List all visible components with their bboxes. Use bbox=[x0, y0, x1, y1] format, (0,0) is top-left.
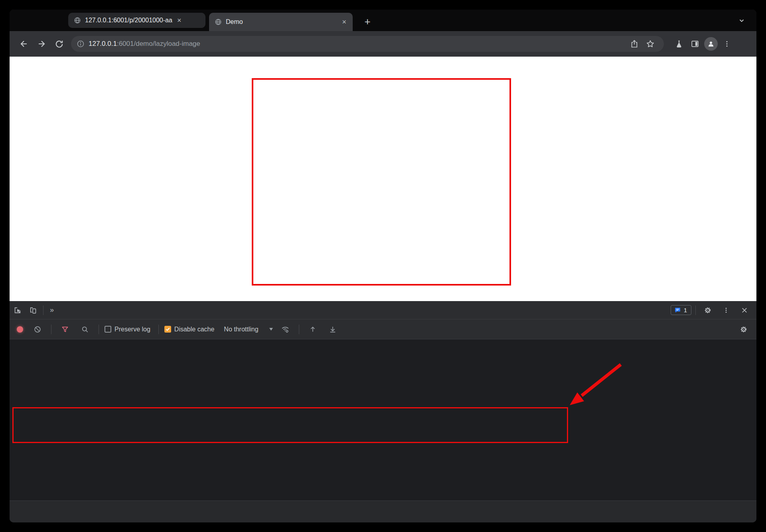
tab-search-chevron-icon[interactable] bbox=[738, 17, 745, 24]
preserve-log-checkbox-group[interactable]: Preserve log bbox=[105, 326, 153, 333]
tab-strip: 127.0.0.1:6001/p/20001000-aa × Demo × + bbox=[10, 10, 756, 31]
record-network-log-button[interactable] bbox=[17, 326, 23, 333]
profile-avatar[interactable] bbox=[703, 36, 719, 52]
window-controls bbox=[27, 17, 59, 24]
dropdown-arrow-icon bbox=[269, 327, 273, 331]
site-info-icon[interactable] bbox=[77, 40, 85, 48]
disable-cache-label: Disable cache bbox=[174, 326, 215, 333]
globe-favicon-icon bbox=[215, 18, 222, 26]
preserve-log-label: Preserve log bbox=[115, 326, 150, 333]
back-button[interactable] bbox=[15, 35, 33, 53]
reload-button[interactable] bbox=[50, 35, 68, 53]
import-har-icon[interactable] bbox=[305, 325, 321, 333]
tab-title: 127.0.0.1:6001/p/20001000-aa bbox=[85, 17, 172, 24]
browser-tab-active[interactable]: Demo × bbox=[209, 13, 353, 31]
devtools-tab-bar: » 1 bbox=[10, 301, 756, 319]
devtools-close-icon[interactable] bbox=[736, 307, 752, 314]
tab-title: Demo bbox=[226, 18, 243, 26]
inspect-element-icon[interactable] bbox=[10, 301, 26, 319]
annotation-rectangle-rows bbox=[12, 407, 568, 443]
throttling-select[interactable]: No throttling bbox=[224, 326, 273, 333]
disable-cache-checkbox[interactable] bbox=[164, 326, 171, 333]
annotation-rectangle-cards bbox=[252, 78, 511, 286]
network-conditions-icon[interactable] bbox=[277, 325, 293, 334]
browser-window: 127.0.0.1:6001/p/20001000-aa × Demo × + bbox=[10, 10, 756, 522]
forward-button[interactable] bbox=[33, 35, 50, 53]
side-panel-icon[interactable] bbox=[687, 36, 703, 52]
extension-flask-icon[interactable] bbox=[671, 36, 687, 52]
devtools-panel: » 1 bbox=[10, 301, 756, 522]
network-table-header[interactable] bbox=[10, 339, 756, 361]
network-summary-bar bbox=[10, 500, 756, 522]
minimize-window-button[interactable] bbox=[39, 17, 46, 24]
clear-network-log-icon[interactable] bbox=[30, 325, 45, 333]
network-toolbar: Preserve log Disable cache No throttling bbox=[10, 319, 756, 339]
globe-favicon-icon bbox=[74, 17, 81, 24]
preserve-log-checkbox[interactable] bbox=[105, 326, 111, 333]
devtools-settings-gear-icon[interactable] bbox=[700, 306, 716, 314]
url-text: 127.0.0.1:6001/demo/lazyload-image bbox=[89, 40, 626, 48]
bookmark-star-icon[interactable] bbox=[642, 36, 658, 52]
issues-counter-button[interactable]: 1 bbox=[671, 305, 691, 315]
page-content bbox=[10, 57, 756, 301]
new-tab-button[interactable]: + bbox=[361, 15, 374, 29]
disable-cache-checkbox-group[interactable]: Disable cache bbox=[164, 326, 217, 333]
tab-close-icon[interactable]: × bbox=[341, 18, 347, 26]
search-icon[interactable] bbox=[77, 325, 93, 333]
avatar bbox=[704, 37, 718, 51]
navigation-toolbar: 127.0.0.1:6001/demo/lazyload-image bbox=[10, 31, 756, 57]
more-tabs-chevron[interactable]: » bbox=[45, 301, 59, 319]
address-bar[interactable]: 127.0.0.1:6001/demo/lazyload-image bbox=[71, 36, 664, 52]
share-icon[interactable] bbox=[626, 36, 642, 52]
filter-funnel-icon[interactable] bbox=[57, 325, 73, 333]
close-window-button[interactable] bbox=[27, 17, 33, 24]
tab-close-icon[interactable]: × bbox=[176, 17, 182, 24]
zoom-window-button[interactable] bbox=[52, 17, 59, 24]
browser-menu-kebab-icon[interactable] bbox=[719, 36, 735, 52]
browser-tab-background[interactable]: 127.0.0.1:6001/p/20001000-aa × bbox=[68, 13, 205, 28]
export-har-icon[interactable] bbox=[325, 325, 341, 333]
device-toolbar-icon[interactable] bbox=[26, 301, 41, 319]
issues-chat-icon bbox=[674, 307, 681, 313]
devtools-menu-kebab-icon[interactable] bbox=[718, 307, 734, 314]
network-settings-gear-icon[interactable] bbox=[736, 325, 752, 333]
